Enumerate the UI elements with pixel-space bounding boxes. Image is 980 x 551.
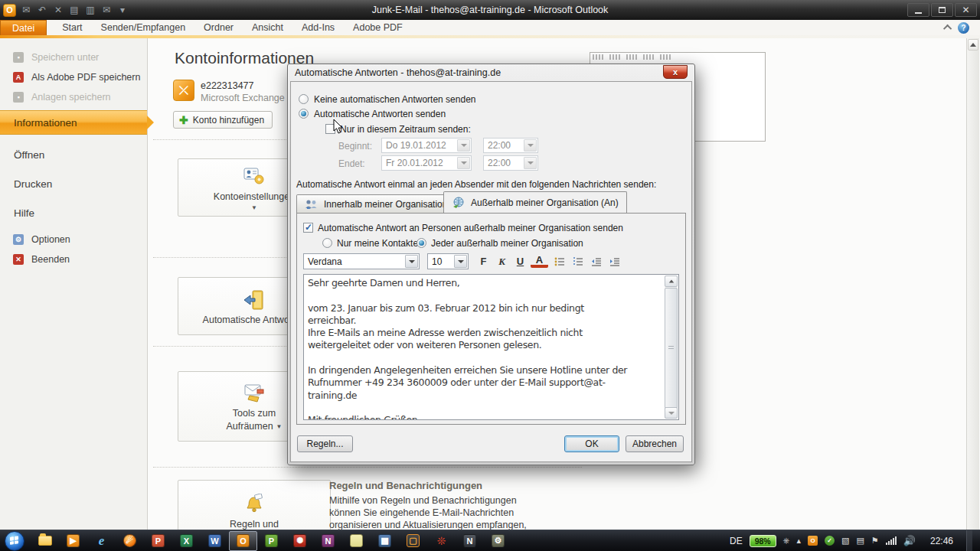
minimize-button[interactable] (907, 3, 929, 17)
taskbar-powerpoint-icon[interactable]: P (144, 531, 172, 551)
tray-clipboard-icon[interactable]: ▤ (856, 536, 864, 546)
taskbar-app-blue-icon[interactable]: ▩ (371, 531, 399, 551)
help-icon[interactable]: ? (958, 22, 969, 34)
tray-expand-icon[interactable]: ▴ (797, 536, 802, 546)
tab-ordner[interactable]: Ordner (194, 20, 243, 35)
radio-antworten-senden[interactable] (299, 109, 309, 119)
list-view-icon[interactable]: ▤ (68, 5, 80, 15)
sidebar-item-beenden[interactable]: ✕ Beenden (0, 249, 147, 269)
battery-indicator[interactable]: 98% (750, 535, 776, 547)
maximize-button[interactable] (931, 3, 953, 17)
taskbar-firefox-icon[interactable]: ☄ (116, 531, 144, 551)
message-textarea[interactable]: Sehr geehrte Damen und Herren, vom 23. J… (303, 274, 679, 420)
send-once-label: Automatische Antwort einmal an jeden Abs… (296, 179, 656, 190)
radio-nur-kontakte-label[interactable]: Nur meine Kontakte (337, 238, 418, 249)
show-desktop-button[interactable] (966, 530, 972, 551)
tray-antivirus-icon[interactable]: ✓ (825, 536, 835, 546)
taskbar-recorder-icon[interactable]: ❊ (427, 531, 456, 551)
numbered-list-button[interactable] (569, 253, 586, 269)
underline-button[interactable]: U (511, 253, 529, 269)
taskbar-app-n-icon[interactable]: N (456, 531, 484, 551)
rules-button[interactable]: Regeln... (297, 435, 353, 452)
taskbar-app-orange-icon[interactable]: ▢ (399, 531, 427, 551)
start-button[interactable] (5, 531, 24, 551)
detail-view-icon[interactable]: ▥ (84, 5, 96, 15)
taskbar-word-icon[interactable]: W (201, 531, 229, 551)
sidebar-item-als-adobe-pdf-speichern[interactable]: A Als Adobe PDF speichern (0, 67, 147, 87)
italic-button[interactable]: K (493, 253, 511, 269)
account-type: Microsoft Exchange (201, 93, 285, 103)
ends-label: Endet: (338, 158, 365, 169)
tab-senden-empfangen[interactable]: Senden/Empfangen (92, 20, 195, 35)
message-scrollbar[interactable] (665, 276, 678, 419)
tab-start[interactable]: Start (53, 20, 91, 35)
tray-printer-icon[interactable]: ▧ (841, 536, 849, 546)
mail-icon[interactable]: ✉ (100, 5, 113, 15)
message-text[interactable]: Sehr geehrte Damen und Herren, vom 23. J… (308, 277, 662, 419)
tab-datei[interactable]: Datei (0, 20, 47, 35)
exit-icon: ✕ (12, 253, 24, 266)
taskbar-excel-icon[interactable]: X (172, 531, 201, 551)
cancel-button[interactable]: Abbrechen (626, 435, 684, 452)
taskbar-sticky-notes-icon[interactable] (342, 531, 371, 551)
checkbox-zeitraum-label[interactable]: Nur in diesem Zeitraum senden: (340, 124, 471, 135)
action-center-flag-icon[interactable]: ⚑ (871, 536, 879, 546)
scroll-up-button[interactable] (665, 276, 678, 287)
taskbar-media-player-icon[interactable]: ▶ (59, 531, 87, 551)
dialog-titlebar[interactable]: Automatische Antworten - thehos@at-train… (288, 64, 694, 81)
decrease-indent-button[interactable] (587, 253, 605, 269)
taskbar-explorer-icon[interactable] (31, 531, 59, 551)
outlook-app-icon[interactable]: O (3, 4, 16, 17)
sidebar-item-hilfe[interactable]: Hilfe (0, 204, 147, 222)
taskbar-outlook-icon[interactable]: O (229, 531, 257, 551)
tab-ansicht[interactable]: Ansicht (243, 20, 292, 35)
sidebar-item-informationen[interactable]: Informationen (0, 110, 147, 135)
tab-innerhalb-organisation[interactable]: Innerhalb meiner Organisation (296, 194, 456, 213)
radio-antworten-senden-label[interactable]: Automatische Antworten senden (314, 109, 446, 119)
vertical-scrollbar[interactable] (966, 38, 979, 530)
language-indicator[interactable]: DE (730, 536, 743, 546)
radio-keine-antworten[interactable] (299, 94, 309, 104)
increase-indent-button[interactable] (606, 253, 623, 269)
network-signal-icon[interactable] (886, 536, 897, 545)
tray-outlook-icon[interactable]: O (808, 536, 818, 546)
add-account-button[interactable]: ✚ Konto hinzufügen (173, 111, 273, 129)
bullet-list-button[interactable] (550, 253, 568, 269)
taskbar-internet-explorer-icon[interactable]: e (87, 531, 116, 551)
minimize-ribbon-icon[interactable] (943, 24, 952, 33)
scroll-thumb[interactable] (665, 288, 678, 409)
dismiss-icon[interactable]: ✕ (52, 5, 64, 15)
scroll-up-button[interactable] (968, 39, 978, 51)
radio-keine-antworten-label[interactable]: Keine automatischen Antworten senden (314, 94, 475, 105)
speaker-icon[interactable]: 🔊 (903, 535, 916, 546)
dialog-close-button[interactable]: x (663, 65, 688, 79)
radio-jeder-ausserhalb-label[interactable]: Jeder außerhalb meiner Organisation (431, 238, 583, 249)
scroll-down-button[interactable] (665, 407, 678, 419)
tab-add-ins[interactable]: Add-Ins (292, 20, 344, 35)
radio-jeder-ausserhalb[interactable] (416, 238, 426, 248)
taskbar-clock[interactable]: 22:46 (930, 536, 953, 546)
font-color-button[interactable]: A (531, 255, 548, 268)
checkbox-antwort-ausserhalb-label[interactable]: Automatische Antwort an Personen außerha… (318, 223, 623, 233)
close-button[interactable]: ✕ (955, 3, 977, 17)
dropdown-arrow-icon (524, 157, 537, 169)
checkbox-antwort-ausserhalb[interactable] (303, 223, 313, 233)
sidebar-item-oeffnen[interactable]: Öffnen (0, 145, 147, 164)
bold-button[interactable]: F (475, 253, 492, 269)
begin-time-combo: 22:00 (483, 138, 538, 153)
taskbar-acrobat-icon[interactable]: ✺ (286, 531, 314, 551)
tab-adobe-pdf[interactable]: Adobe PDF (344, 20, 412, 35)
tab-ausserhalb-organisation[interactable]: Außerhalb meiner Organisation (An) (443, 191, 627, 213)
ok-button[interactable]: OK (564, 435, 619, 452)
sidebar-item-drucken[interactable]: Drucken (0, 174, 147, 193)
font-size-combo[interactable]: 10 (427, 253, 469, 269)
sidebar-item-optionen[interactable]: ⚙ Optionen (0, 230, 147, 249)
qat-customize-icon[interactable]: ▾ (116, 5, 129, 15)
radio-nur-kontakte[interactable] (322, 238, 332, 248)
undo-icon[interactable]: ↶ (36, 5, 48, 15)
font-family-combo[interactable]: Verdana (303, 253, 420, 269)
send-receive-icon[interactable]: ✉ (20, 5, 32, 15)
taskbar-publisher-icon[interactable]: P (257, 531, 286, 551)
taskbar-onenote-icon[interactable]: N (314, 531, 342, 551)
taskbar-tool-icon[interactable]: ⚙ (484, 531, 512, 551)
